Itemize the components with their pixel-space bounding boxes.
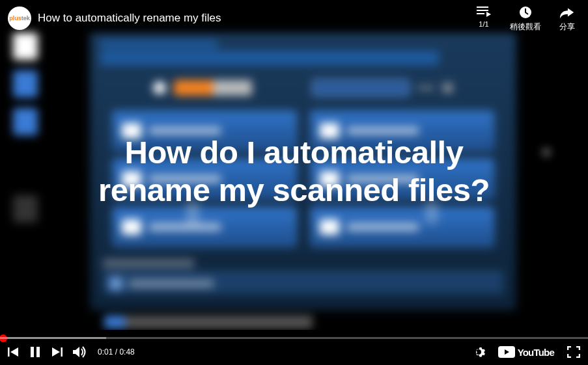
playlist-icon (476, 5, 492, 20)
channel-avatar[interactable]: plustek (8, 7, 31, 30)
logo-text-1: plus (9, 15, 21, 21)
video-viewport[interactable]: How do I automatically rename my scanned… (0, 0, 588, 330)
youtube-text: YouTube (518, 347, 554, 358)
share-icon (559, 5, 575, 20)
next-button[interactable] (51, 346, 63, 358)
svg-rect-1 (477, 10, 488, 11)
watch-later-button[interactable]: 稍後觀看 (510, 5, 541, 33)
header-actions: 1/1 稍後觀看 分享 (476, 5, 575, 33)
svg-rect-0 (477, 7, 488, 8)
duration: 0:48 (119, 347, 134, 357)
fullscreen-button[interactable] (567, 346, 580, 358)
playlist-count: 1/1 (479, 20, 488, 28)
video-header: plustek How to automatically rename my f… (0, 0, 588, 36)
playlist-button[interactable]: 1/1 (476, 5, 492, 28)
youtube-logo-button[interactable]: YouTube (498, 346, 554, 358)
controls-left: 0:01 / 0:48 (8, 345, 135, 358)
settings-button[interactable] (472, 345, 485, 358)
caption-text: How do I automatically rename my scanned… (98, 134, 490, 210)
svg-marker-6 (10, 347, 18, 357)
video-player: How do I automatically rename my scanned… (0, 0, 588, 365)
svg-rect-5 (8, 347, 10, 357)
time-display: 0:01 / 0:48 (98, 347, 135, 357)
controls-right: YouTube (472, 345, 580, 358)
caption-line-1: How do I automatically (125, 135, 464, 170)
svg-rect-8 (36, 347, 40, 357)
pause-button[interactable] (30, 346, 40, 358)
svg-rect-7 (31, 347, 34, 357)
svg-marker-9 (52, 347, 60, 357)
time-sep: / (113, 347, 119, 357)
svg-rect-2 (477, 13, 484, 14)
share-label: 分享 (559, 21, 575, 33)
share-button[interactable]: 分享 (559, 5, 575, 33)
svg-marker-11 (73, 347, 79, 357)
current-time: 0:01 (98, 347, 113, 357)
video-caption-overlay: How do I automatically rename my scanned… (0, 0, 588, 330)
watch-later-label: 稍後觀看 (510, 21, 541, 33)
previous-button[interactable] (8, 346, 20, 358)
clock-icon (518, 5, 533, 20)
caption-line-2: rename my scanned files? (98, 172, 490, 208)
svg-marker-3 (486, 12, 491, 17)
volume-button[interactable] (73, 345, 87, 358)
player-controls: 0:01 / 0:48 YouTube (0, 339, 588, 365)
video-title[interactable]: How to automatically rename my files (38, 12, 476, 25)
logo-text-2: tek (21, 15, 30, 21)
youtube-play-icon (498, 346, 515, 358)
svg-rect-10 (61, 347, 63, 357)
